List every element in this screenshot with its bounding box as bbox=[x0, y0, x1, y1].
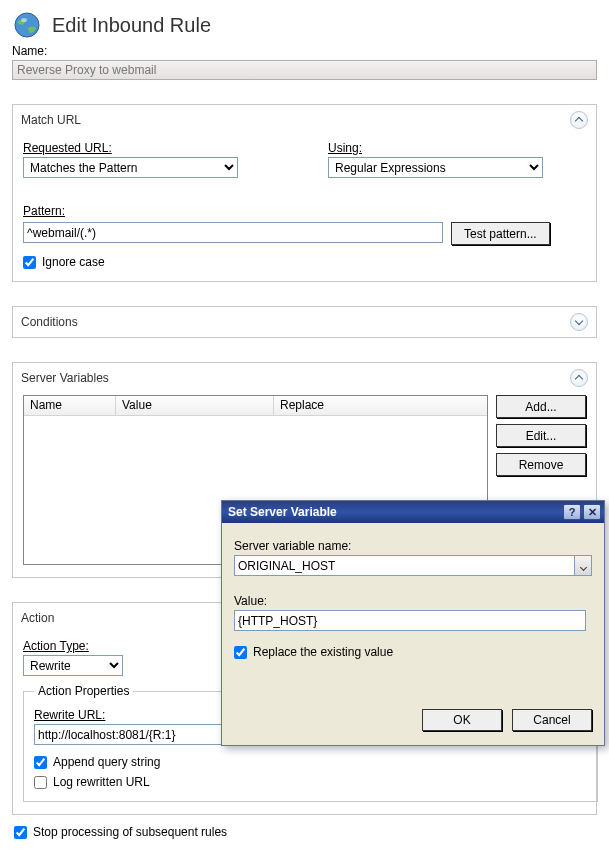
sv-value-label: Value: bbox=[234, 594, 592, 608]
close-icon[interactable]: ✕ bbox=[583, 504, 601, 520]
collapse-toggle-server-vars[interactable] bbox=[570, 369, 588, 387]
action-properties-legend: Action Properties bbox=[34, 684, 133, 698]
append-qs-checkbox[interactable] bbox=[34, 756, 47, 769]
requested-url-label: Requested URL: bbox=[23, 141, 238, 155]
edit-button[interactable]: Edit... bbox=[496, 424, 586, 447]
section-title-action: Action bbox=[21, 611, 54, 625]
sv-name-dropdown-button[interactable] bbox=[574, 555, 592, 576]
ok-button[interactable]: OK bbox=[422, 709, 502, 731]
stop-processing-checkbox[interactable] bbox=[14, 826, 27, 839]
svg-point-0 bbox=[15, 13, 39, 37]
using-select[interactable]: Regular Expressions bbox=[328, 157, 543, 178]
ignore-case-label: Ignore case bbox=[42, 255, 105, 269]
help-icon[interactable]: ? bbox=[563, 504, 581, 520]
globe-icon bbox=[12, 10, 42, 40]
page-title: Edit Inbound Rule bbox=[52, 14, 211, 37]
append-qs-label: Append query string bbox=[53, 755, 160, 769]
section-conditions: Conditions bbox=[12, 306, 597, 338]
replace-existing-label: Replace the existing value bbox=[253, 645, 393, 659]
svg-point-1 bbox=[21, 18, 27, 22]
using-label: Using: bbox=[328, 141, 543, 155]
section-title-conditions: Conditions bbox=[21, 315, 78, 329]
test-pattern-button[interactable]: Test pattern... bbox=[451, 222, 550, 245]
rule-name-input bbox=[12, 60, 597, 80]
ignore-case-checkbox[interactable] bbox=[23, 256, 36, 269]
sv-name-label: Server variable name: bbox=[234, 539, 592, 553]
sv-value-input[interactable] bbox=[234, 610, 586, 631]
section-title-match-url: Match URL bbox=[21, 113, 81, 127]
col-header-name[interactable]: Name bbox=[24, 396, 116, 415]
pattern-input[interactable] bbox=[23, 222, 443, 243]
add-button[interactable]: Add... bbox=[496, 395, 586, 418]
log-rw-label: Log rewritten URL bbox=[53, 775, 150, 789]
sv-name-input[interactable] bbox=[234, 555, 574, 576]
cancel-button[interactable]: Cancel bbox=[512, 709, 592, 731]
col-header-replace[interactable]: Replace bbox=[274, 396, 487, 415]
collapse-toggle-match-url[interactable] bbox=[570, 111, 588, 129]
page-header: Edit Inbound Rule bbox=[12, 10, 597, 40]
requested-url-select[interactable]: Matches the Pattern bbox=[23, 157, 238, 178]
stop-processing-label: Stop processing of subsequent rules bbox=[33, 825, 227, 839]
remove-button[interactable]: Remove bbox=[496, 453, 586, 476]
log-rw-checkbox[interactable] bbox=[34, 776, 47, 789]
section-match-url: Match URL Requested URL: Matches the Pat… bbox=[12, 104, 597, 282]
name-label: Name: bbox=[12, 44, 597, 58]
collapse-toggle-conditions[interactable] bbox=[570, 313, 588, 331]
dialog-title: Set Server Variable bbox=[228, 505, 337, 519]
action-type-select[interactable]: Rewrite bbox=[23, 655, 123, 676]
pattern-label: Pattern: bbox=[23, 204, 586, 218]
col-header-value[interactable]: Value bbox=[116, 396, 274, 415]
replace-existing-checkbox[interactable] bbox=[234, 646, 247, 659]
set-server-variable-dialog: Set Server Variable ? ✕ Server variable … bbox=[221, 500, 605, 746]
section-title-server-vars: Server Variables bbox=[21, 371, 109, 385]
